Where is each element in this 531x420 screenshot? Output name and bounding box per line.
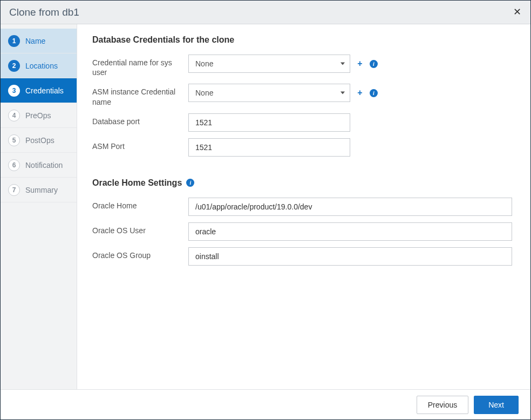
asm-port-row: ASM Port	[92, 138, 515, 157]
wizard-sidebar: 1 Name 2 Locations 3 Credentials 4 PreOp…	[1, 24, 77, 389]
sys-credential-label: Credential name for sys user	[92, 55, 188, 77]
asm-credential-info-icon[interactable]: i	[370, 89, 378, 97]
step-number: 5	[8, 134, 20, 146]
credentials-section-title: Database Credentials for the clone	[92, 35, 515, 45]
step-label: Name	[25, 37, 45, 45]
oracle-os-user-row: Oracle OS User	[92, 222, 515, 241]
db-port-label: Database port	[92, 113, 188, 126]
step-credentials[interactable]: 3 Credentials	[1, 78, 77, 103]
oracle-home-info-icon[interactable]: i	[186, 179, 194, 187]
oracle-os-group-label: Oracle OS Group	[92, 247, 188, 260]
plus-icon: +	[357, 59, 362, 68]
step-preops[interactable]: 4 PreOps	[1, 103, 77, 128]
add-asm-credential-button[interactable]: +	[356, 88, 364, 98]
step-label: Summary	[25, 186, 58, 194]
oracle-home-row: Oracle Home	[92, 198, 515, 216]
close-icon: ✕	[513, 6, 521, 17]
step-label: Notification	[25, 161, 63, 170]
step-number: 7	[8, 184, 20, 196]
step-locations[interactable]: 2 Locations	[1, 53, 77, 78]
db-port-input[interactable]	[188, 113, 350, 132]
asm-credential-label: ASM instance Credential name	[92, 84, 188, 106]
step-notification[interactable]: 6 Notification	[1, 153, 77, 178]
dialog-footer: Previous Next	[1, 389, 530, 419]
add-sys-credential-button[interactable]: +	[356, 59, 364, 69]
step-number: 4	[8, 110, 20, 121]
step-name[interactable]: 1 Name	[1, 29, 77, 53]
dialog-title: Clone from db1	[9, 6, 79, 18]
asm-port-input[interactable]	[188, 138, 350, 157]
step-label: Locations	[25, 62, 58, 70]
dialog-header: Clone from db1 ✕	[1, 1, 530, 24]
db-port-row: Database port	[92, 113, 515, 132]
select-display: None	[188, 55, 350, 73]
sys-credential-row: Credential name for sys user None + i	[92, 55, 515, 77]
oracle-home-label: Oracle Home	[92, 198, 188, 211]
asm-credential-select[interactable]: None	[188, 84, 350, 102]
oracle-os-user-label: Oracle OS User	[92, 222, 188, 235]
close-button[interactable]: ✕	[511, 6, 523, 18]
plus-icon: +	[357, 88, 362, 97]
select-display: None	[188, 84, 350, 102]
step-number: 1	[8, 35, 20, 47]
oracle-os-group-row: Oracle OS Group	[92, 247, 515, 266]
asm-port-label: ASM Port	[92, 138, 188, 151]
step-label: Credentials	[25, 86, 64, 95]
step-number: 6	[8, 159, 20, 171]
oracle-home-input[interactable]	[188, 198, 512, 216]
oracle-home-section-title: Oracle Home Settings i	[92, 178, 515, 188]
sys-credential-info-icon[interactable]: i	[370, 60, 378, 68]
asm-credential-row: ASM instance Credential name None + i	[92, 84, 515, 106]
content-panel: Database Credentials for the clone Crede…	[77, 24, 530, 389]
step-postops[interactable]: 5 PostOps	[1, 128, 77, 153]
oracle-os-user-input[interactable]	[188, 222, 512, 241]
previous-button[interactable]: Previous	[417, 396, 468, 414]
step-number: 2	[8, 60, 20, 72]
step-summary[interactable]: 7 Summary	[1, 178, 77, 202]
step-number: 3	[8, 85, 20, 97]
oracle-os-group-input[interactable]	[188, 247, 512, 266]
step-label: PreOps	[25, 111, 51, 120]
next-button[interactable]: Next	[474, 396, 519, 414]
step-label: PostOps	[25, 136, 55, 145]
sys-credential-select[interactable]: None	[188, 55, 350, 73]
clone-dialog: Clone from db1 ✕ 1 Name 2 Locations 3 Cr…	[0, 0, 531, 420]
